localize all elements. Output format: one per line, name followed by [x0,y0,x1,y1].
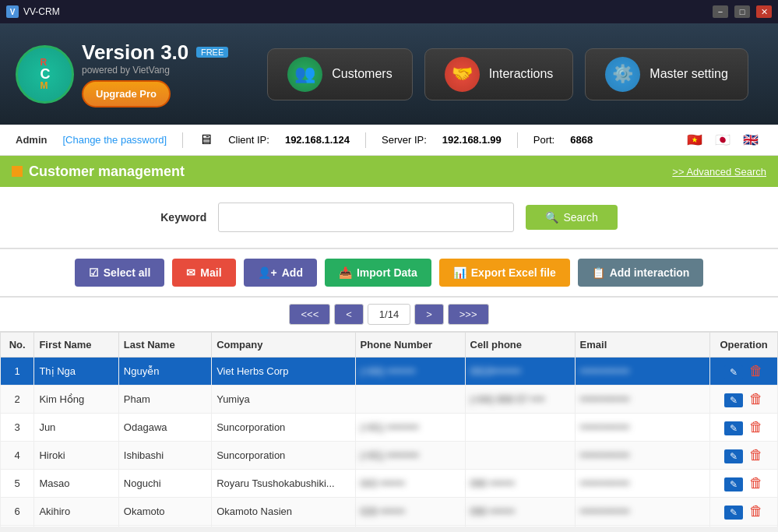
table-row[interactable]: 6AkihiroOkamotoOkamoto Nasien028 •••••••… [1,498,778,526]
nav-buttons: 👥 Customers 🤝 Interactions ⚙️ Master set… [267,48,748,100]
col-header-firstname: First Name [34,333,118,358]
col-header-phone: Phone Number [355,333,465,358]
search-button[interactable]: 🔍 Search [526,205,617,230]
section-title: Customer management [29,164,185,180]
master-setting-label: Master setting [650,67,727,81]
edit-icon[interactable]: ✎ [724,506,743,520]
page-current: 1/14 [368,304,410,325]
add-interaction-icon: 📋 [592,266,605,279]
table-row[interactable]: 2Kim HồngPhamYumiya(+84) 906 57 ••••••••… [1,386,778,414]
window-controls: − □ ✕ [713,5,772,18]
master-setting-icon: ⚙️ [605,57,640,92]
customer-table: No. First Name Last Name Company Phone N… [0,332,778,527]
delete-icon[interactable]: 🗑 [749,363,763,379]
delete-icon[interactable]: 🗑 [749,391,763,407]
pagination: <<< < 1/14 > >>> [0,298,778,332]
col-header-cell: Cell phone [465,333,575,358]
upgrade-button[interactable]: Upgrade Pro [82,80,171,107]
add-interaction-button[interactable]: 📋 Add interaction [578,259,704,287]
maximize-button[interactable]: □ [734,5,750,18]
version-info: Version 3.0 FREE powered by VietVang Upg… [82,41,228,107]
add-interaction-label: Add interaction [610,266,690,279]
select-all-label: Select all [104,266,151,279]
col-header-no: No. [1,333,34,358]
free-badge: FREE [196,47,228,58]
separator-1 [182,132,183,148]
customers-label: Customers [332,67,392,81]
close-button[interactable]: ✕ [756,5,772,18]
edit-icon[interactable]: ✎ [724,365,743,379]
minimize-button[interactable]: − [713,5,728,18]
mail-icon: ✉ [186,266,195,279]
table-body: 1Thị NgaNguyễnViet Herbs Corp(+84) •••••… [1,358,778,527]
client-ip-icon: 🖥 [199,132,213,148]
advanced-search-link[interactable]: >> Advanced Search [672,166,766,178]
import-data-button[interactable]: 📥 Import Data [325,259,431,287]
next-page-button[interactable]: > [414,304,444,325]
flag-vn[interactable]: 🇻🇳 [683,132,706,148]
prev-page-button[interactable]: < [334,304,364,325]
customer-table-container: No. First Name Last Name Company Phone N… [0,332,778,527]
header: R C M Version 3.0 FREE powered by VietVa… [0,23,778,125]
add-icon: 👤+ [258,266,277,279]
edit-icon[interactable]: ✎ [724,393,743,407]
flag-jp[interactable]: 🇯🇵 [711,132,734,148]
select-all-button[interactable]: ☑ Select all [75,259,165,287]
first-page-button[interactable]: <<< [289,304,330,325]
export-icon: 📊 [453,266,466,279]
delete-icon[interactable]: 🗑 [749,475,763,491]
action-bar: ☑ Select all ✉ Mail 👤+ Add 📥 Import Data… [0,249,778,298]
add-button[interactable]: 👤+ Add [244,259,317,287]
interactions-icon: 🤝 [445,57,480,92]
server-ip-value: 192.168.1.99 [442,134,502,146]
server-ip-label: Server IP: [382,134,427,146]
col-header-operation: Operation [710,333,778,358]
info-bar: Admin [Change the password] 🖥 Client IP:… [0,125,778,156]
table-row[interactable]: 7MinoguchiKiyoshiOrganic Farm & Environ.… [1,526,778,527]
last-page-button[interactable]: >>> [448,304,489,325]
nav-customers-button[interactable]: 👥 Customers [267,48,412,100]
table-row[interactable]: 5MasaoNoguchiRoyaru Tsushokabushiki...04… [1,470,778,498]
export-label: Export Excel file [471,266,556,279]
table-row[interactable]: 1Thị NgaNguyễnViet Herbs Corp(+84) •••••… [1,358,778,386]
select-all-icon: ☑ [89,266,99,279]
port-label: Port: [533,134,554,146]
delete-icon[interactable]: 🗑 [749,447,763,463]
table-row[interactable]: 3JunOdagawaSuncorporation(+81) •••••••••… [1,414,778,442]
delete-icon[interactable]: 🗑 [749,419,763,435]
search-label: Search [563,211,597,224]
logo: R C M [16,45,74,104]
version-text: Version 3.0 [82,41,188,64]
change-password-link[interactable]: [Change the password] [62,134,167,146]
edit-icon[interactable]: ✎ [724,449,743,463]
col-header-company: Company [212,333,355,358]
search-row: Keyword 🔍 Search [23,203,755,232]
section-title-area: Customer management [12,164,185,180]
customers-icon: 👥 [287,57,322,92]
section-square-icon [12,166,23,177]
client-ip-value: 192.168.1.124 [285,134,350,146]
col-header-lastname: Last Name [118,333,211,358]
keyword-label: Keyword [160,211,206,224]
powered-by: powered by VietVang [82,65,228,76]
app-title: VV-CRM [23,6,60,17]
export-excel-button[interactable]: 📊 Export Excel file [439,259,570,287]
edit-icon[interactable]: ✎ [724,421,743,435]
delete-icon[interactable]: 🗑 [749,503,763,519]
search-area: Keyword 🔍 Search [0,187,778,249]
logo-area: R C M Version 3.0 FREE powered by VietVa… [16,41,228,107]
nav-master-setting-button[interactable]: ⚙️ Master setting [585,48,748,100]
edit-icon[interactable]: ✎ [724,477,743,491]
add-label: Add [282,266,303,279]
separator-3 [517,132,518,148]
import-label: Import Data [357,266,417,279]
section-header: Customer management >> Advanced Search [0,156,778,187]
table-header-row: No. First Name Last Name Company Phone N… [1,333,778,358]
keyword-input[interactable] [218,203,514,232]
client-ip-label: Client IP: [228,134,269,146]
flag-gb[interactable]: 🇬🇧 [739,132,762,148]
mail-button[interactable]: ✉ Mail [172,259,235,287]
nav-interactions-button[interactable]: 🤝 Interactions [424,48,574,100]
mail-label: Mail [200,266,221,279]
table-row[interactable]: 4HirokiIshibashiSuncorporation(+81) ••••… [1,442,778,470]
